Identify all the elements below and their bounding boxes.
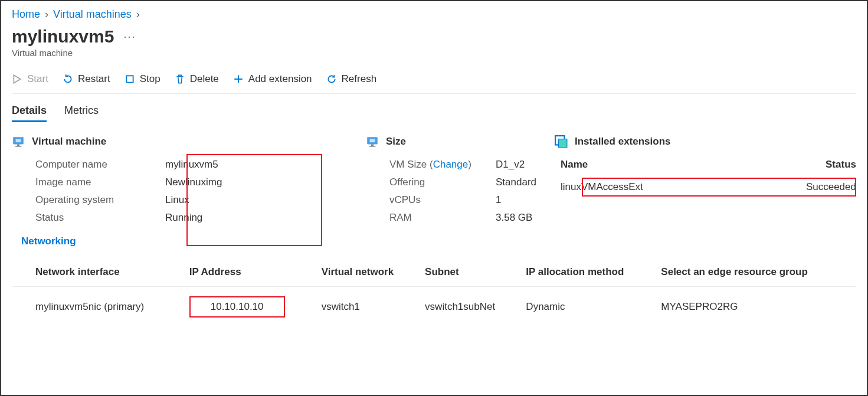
chevron-right-icon: › <box>45 8 48 21</box>
svg-rect-4 <box>15 146 22 147</box>
ram-value: 3.58 GB <box>496 212 555 224</box>
delete-label: Delete <box>190 73 219 85</box>
net-header-subnet: Subnet <box>425 260 526 287</box>
status-label: Status <box>35 212 165 224</box>
ext-header-name: Name <box>561 159 806 174</box>
stop-icon <box>125 74 135 84</box>
networking-table: Network interface IP Address Virtual net… <box>12 260 856 323</box>
ext-row-name: linuxVMAccessExt <box>561 181 806 193</box>
computer-name-label: Computer name <box>35 159 165 171</box>
svg-rect-3 <box>17 144 19 146</box>
tab-bar: Details Metrics <box>12 104 856 122</box>
ext-header-status: Status <box>806 159 856 174</box>
net-edge-value: MYASEPRO2RG <box>661 287 856 324</box>
section-installed-extensions: Installed extensions Name Status linuxVM… <box>555 135 856 224</box>
breadcrumb-virtual-machines[interactable]: Virtual machines <box>53 8 132 21</box>
command-bar: Start Restart Stop Delete Add extension … <box>12 68 856 94</box>
chevron-right-icon: › <box>136 8 140 21</box>
section-extensions-title: Installed extensions <box>575 136 671 148</box>
start-button: Start <box>12 73 48 85</box>
restart-label: Restart <box>78 73 110 85</box>
more-actions-button[interactable]: ··· <box>123 31 136 43</box>
net-header-vnet: Virtual network <box>322 260 425 287</box>
highlight-vm-values <box>186 154 322 246</box>
os-label: Operating system <box>35 194 165 206</box>
section-size: Size VM Size (Change) D1_v2 Offering Sta… <box>366 135 555 224</box>
play-icon <box>12 74 22 84</box>
net-subnet-value: vswitch1subNet <box>425 287 526 324</box>
svg-marker-0 <box>14 75 20 83</box>
breadcrumb-home[interactable]: Home <box>12 8 40 21</box>
section-size-title: Size <box>386 136 406 148</box>
refresh-label: Refresh <box>342 73 377 85</box>
add-extension-label: Add extension <box>248 73 312 85</box>
plus-icon <box>233 74 244 84</box>
section-networking-header: Networking <box>12 235 856 247</box>
ext-row-status: Succeeded <box>806 181 856 193</box>
delete-button[interactable]: Delete <box>175 73 219 85</box>
start-label: Start <box>27 73 48 85</box>
net-header-nic: Network interface <box>12 260 189 287</box>
refresh-button[interactable]: Refresh <box>326 73 377 85</box>
section-vm-title: Virtual machine <box>32 136 106 148</box>
vm-icon <box>12 135 25 148</box>
networking-link[interactable]: Networking <box>21 235 76 247</box>
offering-value: Standard <box>496 176 555 188</box>
image-name-label: Image name <box>35 176 165 188</box>
size-icon <box>366 135 379 148</box>
page-title: mylinuxvm5 <box>12 27 114 47</box>
svg-rect-7 <box>371 144 374 146</box>
net-header-ip: IP Address <box>189 260 322 287</box>
svg-rect-8 <box>369 146 376 147</box>
restart-button[interactable]: Restart <box>63 73 110 85</box>
net-vnet-value: vswitch1 <box>322 287 425 324</box>
net-alloc-value: Dynamic <box>526 287 661 324</box>
vmsize-label: VM Size (Change) <box>389 159 496 171</box>
svg-rect-9 <box>370 139 375 143</box>
change-size-link[interactable]: Change <box>433 159 469 170</box>
extensions-icon <box>555 135 568 148</box>
net-ip-value: 10.10.10.10 <box>189 296 285 318</box>
vmsize-value: D1_v2 <box>496 159 555 171</box>
svg-rect-5 <box>16 139 21 143</box>
net-ip-cell: 10.10.10.10 <box>189 287 322 324</box>
breadcrumb: Home › Virtual machines › <box>12 4 856 27</box>
net-header-alloc: IP allocation method <box>526 260 661 287</box>
ext-status-value: Succeeded <box>806 181 856 192</box>
add-extension-button[interactable]: Add extension <box>233 73 312 85</box>
stop-label: Stop <box>140 73 161 85</box>
ext-name-value: linuxVMAccessExt <box>561 181 643 192</box>
vmsize-label-text: VM Size <box>389 159 427 170</box>
resource-type-label: Virtual machine <box>12 48 856 58</box>
net-row: mylinuxvm5nic (primary) 10.10.10.10 vswi… <box>12 287 856 324</box>
refresh-icon <box>326 74 337 84</box>
delete-icon <box>175 74 185 84</box>
net-nic-value: mylinuxvm5nic (primary) <box>12 287 189 324</box>
stop-button[interactable]: Stop <box>125 73 161 85</box>
svg-rect-11 <box>559 139 567 148</box>
offering-label: Offering <box>389 176 496 188</box>
vcpus-label: vCPUs <box>389 194 496 206</box>
tab-details[interactable]: Details <box>12 104 47 122</box>
vcpus-value: 1 <box>496 194 555 206</box>
svg-rect-1 <box>126 76 133 82</box>
section-virtual-machine: Virtual machine Computer name mylinuxvm5… <box>12 135 366 224</box>
net-header-edge: Select an edge resource group <box>661 260 856 287</box>
ram-label: RAM <box>389 212 496 224</box>
tab-metrics[interactable]: Metrics <box>64 104 99 122</box>
restart-icon <box>63 74 73 84</box>
